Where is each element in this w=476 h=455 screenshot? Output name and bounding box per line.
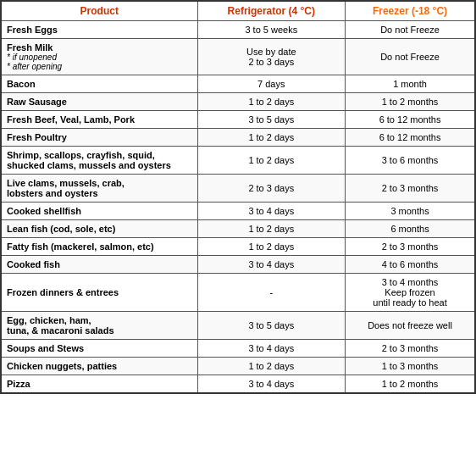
product-cell: Chicken nuggets, patties <box>1 358 197 375</box>
freezer-cell: Do not Freeze <box>346 39 475 75</box>
product-cell: Fresh Beef, Veal, Lamb, Pork <box>1 111 197 129</box>
freezer-cell: Does not freeze well <box>346 312 475 340</box>
fridge-cell: Use by date2 to 3 days <box>197 39 345 75</box>
fridge-cell: 3 to 4 days <box>197 340 345 358</box>
fridge-cell: 2 to 3 days <box>197 175 345 203</box>
header-freezer: Freezer (-18 °C) <box>346 1 475 21</box>
freezer-cell: 3 to 4 monthsKeep frozenuntil ready to h… <box>346 274 475 312</box>
freezer-cell: Do not Freeze <box>346 21 475 39</box>
table-row: Soups and Stews3 to 4 days2 to 3 months <box>1 340 475 358</box>
table-row: Live clams, mussels, crab,lobsters and o… <box>1 175 475 203</box>
product-cell: Fresh Milk* if unopened* after opening <box>1 39 197 75</box>
table-row: Fresh Poultry1 to 2 days6 to 12 months <box>1 129 475 147</box>
fridge-cell: 1 to 2 days <box>197 220 345 238</box>
product-cell: Soups and Stews <box>1 340 197 358</box>
header-fridge: Refrigerator (4 °C) <box>197 1 345 21</box>
freezer-cell: 2 to 3 months <box>346 340 475 358</box>
product-cell: Cooked fish <box>1 256 197 274</box>
table-row: Fresh Beef, Veal, Lamb, Pork3 to 5 days6… <box>1 111 475 129</box>
header-product: Product <box>1 1 197 21</box>
fridge-cell: 3 to 5 days <box>197 111 345 129</box>
product-cell: Lean fish (cod, sole, etc) <box>1 220 197 238</box>
table-row: Egg, chicken, ham,tuna, & macaroni salad… <box>1 312 475 340</box>
table-row: Bacon7 days1 month <box>1 75 475 93</box>
freezer-cell: 1 to 2 months <box>346 375 475 394</box>
freezer-note: Keep frozenuntil ready to heat <box>351 287 469 308</box>
fridge-cell: 3 to 4 days <box>197 203 345 220</box>
fridge-cell: 1 to 2 days <box>197 147 345 175</box>
food-storage-table: Product Refrigerator (4 °C) Freezer (-18… <box>0 0 476 394</box>
freezer-cell: 1 to 3 months <box>346 358 475 375</box>
product-cell: Live clams, mussels, crab,lobsters and o… <box>1 175 197 203</box>
freezer-cell: 6 to 12 months <box>346 111 475 129</box>
product-cell: Frozen dinners & entrees <box>1 274 197 312</box>
table-row: Raw Sausage1 to 2 days1 to 2 months <box>1 93 475 111</box>
freezer-cell: 3 months <box>346 203 475 220</box>
product-cell: Shrimp, scallops, crayfish, squid, shuck… <box>1 147 197 175</box>
table-row: Lean fish (cod, sole, etc)1 to 2 days6 m… <box>1 220 475 238</box>
product-cell: Egg, chicken, ham,tuna, & macaroni salad… <box>1 312 197 340</box>
freezer-cell: 2 to 3 months <box>346 238 475 256</box>
freezer-cell: 2 to 3 months <box>346 175 475 203</box>
fridge-cell: 3 to 4 days <box>197 375 345 394</box>
table-row: Fresh Eggs3 to 5 weeksDo not Freeze <box>1 21 475 39</box>
table-row: Chicken nuggets, patties1 to 2 days1 to … <box>1 358 475 375</box>
product-cell: Fresh Eggs <box>1 21 197 39</box>
freezer-cell: 6 months <box>346 220 475 238</box>
fridge-cell: 1 to 2 days <box>197 358 345 375</box>
table-row: Cooked shellfish3 to 4 days3 months <box>1 203 475 220</box>
table-row: Fatty fish (mackerel, salmon, etc)1 to 2… <box>1 238 475 256</box>
table-row: Frozen dinners & entrees-3 to 4 monthsKe… <box>1 274 475 312</box>
table-row: Fresh Milk* if unopened* after openingUs… <box>1 39 475 75</box>
table-row: Shrimp, scallops, crayfish, squid, shuck… <box>1 147 475 175</box>
fridge-cell: 3 to 5 days <box>197 312 345 340</box>
fridge-cell: 1 to 2 days <box>197 129 345 147</box>
product-sub: * if unopened* after opening <box>7 53 192 71</box>
freezer-cell: 4 to 6 months <box>346 256 475 274</box>
product-cell: Raw Sausage <box>1 93 197 111</box>
fridge-cell: 1 to 2 days <box>197 93 345 111</box>
fridge-cell: 3 to 4 days <box>197 256 345 274</box>
table-row: Cooked fish3 to 4 days4 to 6 months <box>1 256 475 274</box>
freezer-cell: 3 to 6 months <box>346 147 475 175</box>
freezer-cell: 6 to 12 months <box>346 129 475 147</box>
fridge-cell: - <box>197 274 345 312</box>
product-cell: Fresh Poultry <box>1 129 197 147</box>
fridge-cell: 1 to 2 days <box>197 238 345 256</box>
product-cell: Pizza <box>1 375 197 394</box>
product-cell: Bacon <box>1 75 197 93</box>
table-row: Pizza3 to 4 days1 to 2 months <box>1 375 475 394</box>
fridge-cell: 3 to 5 weeks <box>197 21 345 39</box>
freezer-cell: 1 to 2 months <box>346 93 475 111</box>
product-cell: Cooked shellfish <box>1 203 197 220</box>
freezer-cell: 1 month <box>346 75 475 93</box>
product-cell: Fatty fish (mackerel, salmon, etc) <box>1 238 197 256</box>
fridge-cell: 7 days <box>197 75 345 93</box>
